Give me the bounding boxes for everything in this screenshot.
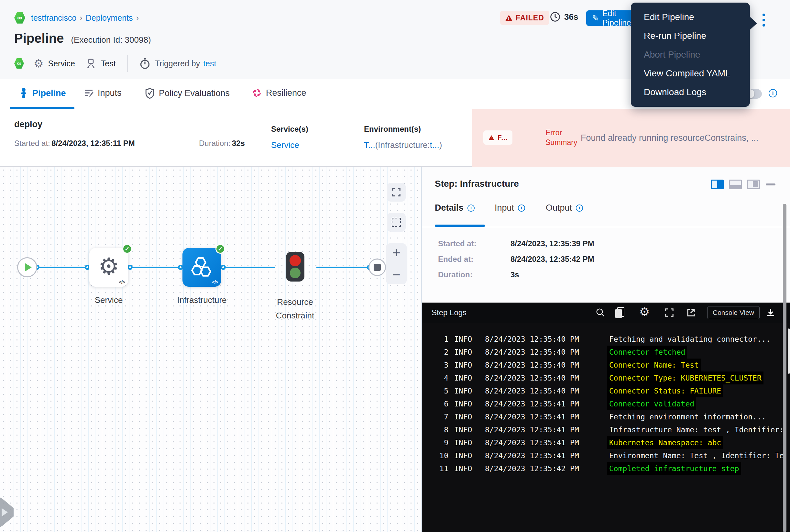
info-icon[interactable]: i	[518, 204, 525, 211]
tab-output-label: Output	[546, 203, 572, 213]
detail-label: Started at:	[438, 239, 477, 248]
environment-infra-prefix: (Infrastructure:	[375, 140, 430, 150]
triggered-by-label: Triggered by	[155, 59, 200, 68]
pencil-icon: ✎	[592, 13, 599, 23]
info-icon[interactable]: i	[769, 89, 777, 97]
menu-item-download-logs[interactable]: Download Logs	[631, 83, 750, 101]
connector-dot	[128, 265, 133, 270]
stopwatch-icon	[139, 58, 150, 69]
connector-line	[223, 267, 275, 268]
info-icon[interactable]: i	[576, 204, 583, 211]
menu-item-view-compiled-yaml[interactable]: View Compiled YAML	[631, 64, 750, 83]
tab-input[interactable]: Input i	[495, 203, 526, 213]
service-gear-icon: ⚙	[34, 57, 43, 70]
tab-resilience[interactable]: Resilience	[252, 88, 306, 98]
canvas-fullscreen-button[interactable]	[387, 183, 406, 202]
divider	[259, 122, 259, 154]
node-resource-constraint[interactable]	[286, 252, 304, 282]
menu-arrow	[749, 16, 757, 31]
more-options-kebab-menu[interactable]	[760, 10, 768, 31]
layout-split-right-button[interactable]	[711, 179, 724, 189]
elapsed-time-value: 36s	[564, 12, 578, 22]
open-in-new-icon[interactable]	[686, 308, 696, 318]
pipeline-end-node[interactable]	[368, 259, 386, 276]
detail-label: Ended at:	[438, 255, 473, 264]
log-fullscreen-icon[interactable]	[664, 308, 674, 318]
connector-line	[37, 267, 88, 268]
tab-pipeline[interactable]: Pipeline	[19, 88, 66, 99]
minimize-panel-button[interactable]	[766, 184, 775, 186]
red-light	[290, 255, 301, 266]
pipeline-start-node[interactable]	[17, 257, 37, 277]
menu-item-rerun-pipeline[interactable]: Re-run Pipeline	[631, 26, 750, 45]
error-badge-label: F...	[498, 134, 508, 141]
duration-value: 32s	[232, 139, 245, 148]
tab-details[interactable]: Details i	[435, 203, 475, 213]
menu-item-edit-pipeline[interactable]: Edit Pipeline	[631, 8, 750, 26]
download-logs-icon[interactable]	[766, 307, 776, 318]
node-service[interactable]: ⚙ </> ✓	[89, 248, 128, 287]
divider	[422, 227, 790, 227]
environments-label: Environment(s)	[364, 125, 421, 134]
environment-link[interactable]: T...	[364, 140, 375, 150]
zoom-out-button[interactable]: −	[392, 269, 401, 280]
started-value: 8/24/2023, 12:35:11 PM	[52, 139, 135, 148]
infrastructure-link[interactable]: t...	[430, 140, 439, 150]
duration-label: Duration:	[199, 139, 230, 148]
tab-output[interactable]: Output i	[546, 203, 584, 213]
node-infrastructure-label: Infrastructure	[173, 295, 231, 305]
tab-policy-evaluations[interactable]: Policy Evaluations	[144, 88, 230, 99]
fullscreen-icon	[391, 187, 401, 197]
layout-drawer-button[interactable]	[747, 179, 760, 189]
code-badge: </>	[119, 279, 125, 285]
connector-dot	[220, 265, 226, 270]
copy-logs-icon[interactable]	[617, 307, 624, 317]
service-link[interactable]: Service	[271, 140, 299, 150]
step-logs-output[interactable]: 1INFO8/24/2023 12:35:40 PMFetching and v…	[422, 323, 790, 532]
divider	[128, 55, 128, 72]
error-summary-label: Error Summary	[545, 128, 577, 147]
warning-triangle-icon	[488, 135, 494, 140]
breadcrumb-project-link[interactable]: testfrancisco	[31, 13, 76, 23]
stage-name[interactable]: deploy	[14, 119, 42, 130]
tab-input-label: Input	[495, 203, 514, 213]
stage-duration: Duration: 32s	[199, 139, 245, 148]
environment-name: Test	[101, 59, 116, 68]
page-title: Pipeline	[14, 31, 64, 45]
tab-inputs[interactable]: Inputs	[83, 88, 122, 98]
detail-label: Duration:	[438, 270, 473, 279]
harness-logo-icon: ∞	[14, 12, 25, 24]
search-logs-icon[interactable]	[596, 308, 605, 318]
warning-triangle-icon	[505, 15, 513, 21]
green-light	[290, 268, 301, 278]
error-summary-message[interactable]: Found already running resourceConstrains…	[581, 133, 781, 143]
log-scrollbar[interactable]	[788, 328, 790, 374]
elapsed-time: 36s	[550, 12, 578, 22]
left-panel-expand-handle[interactable]	[0, 491, 14, 532]
pipeline-canvas[interactable]: ⚙ </> ✓ Service </> ✓ Infrastructure Res…	[0, 167, 422, 532]
detail-value: 8/24/2023, 12:35:39 PM	[510, 239, 594, 248]
tab-resilience-label: Resilience	[266, 88, 306, 98]
code-badge: </>	[212, 279, 218, 285]
log-settings-gear-icon[interactable]: ⚙	[639, 305, 650, 319]
execution-id: (Execution Id: 30098)	[71, 35, 151, 45]
page-scrollbar[interactable]	[783, 204, 787, 532]
info-icon[interactable]: i	[467, 204, 474, 211]
play-icon	[25, 263, 32, 271]
tab-details-label: Details	[435, 203, 464, 213]
node-infrastructure[interactable]: </> ✓	[182, 248, 221, 287]
connector-line	[130, 267, 180, 268]
breadcrumb-separator: ›	[76, 13, 85, 23]
marquee-icon	[392, 218, 401, 227]
zoom-in-button[interactable]: +	[392, 247, 401, 258]
expand-arrow-icon	[2, 508, 8, 516]
stage-started: Started at: 8/24/2023, 12:35:11 PM	[14, 139, 135, 148]
triggered-by-user-link[interactable]: test	[203, 59, 216, 68]
breadcrumb-deployments-link[interactable]: Deployments	[86, 13, 133, 23]
harness-logo-icon: ∞	[14, 58, 24, 69]
layout-split-bottom-button[interactable]	[729, 179, 742, 189]
canvas-marquee-select-button[interactable]	[387, 213, 406, 232]
console-view-button[interactable]: Console View	[707, 306, 759, 319]
detail-value: 8/24/2023, 12:35:42 PM	[510, 255, 594, 264]
step-logs-toolbar: Step Logs ⚙ Console View	[422, 303, 790, 323]
